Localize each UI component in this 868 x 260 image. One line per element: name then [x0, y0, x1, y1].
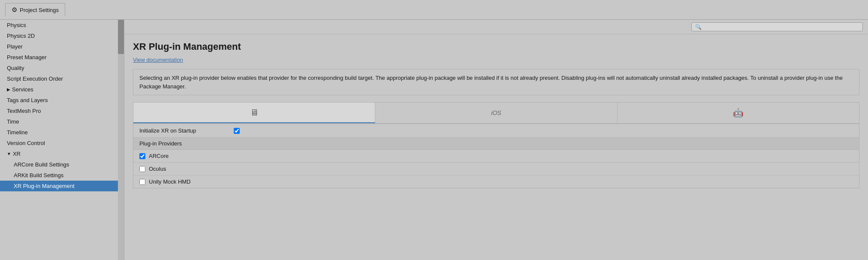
platform-tabs: 🖥 iOS 🤖 [133, 102, 859, 124]
sidebar-item-label-player: Player [7, 43, 23, 50]
sidebar-item-label-arcore: ARCore Build Settings [14, 161, 69, 168]
sidebar-item-label-physics: Physics [7, 22, 26, 28]
window-title: Project Settings [20, 7, 59, 13]
search-input-wrapper[interactable]: 🔍 [691, 22, 863, 31]
sidebar-scroll-thumb[interactable] [118, 20, 124, 54]
sidebar-item-label-quality: Quality [7, 65, 24, 71]
plugin-row-unitymockhmd: Unity Mock HMD [133, 175, 859, 188]
tab-desktop[interactable]: 🖥 [133, 103, 375, 123]
plugin-row-arcore: ARCore [133, 150, 859, 163]
ios-label: iOS [491, 109, 501, 116]
title-bar-tab[interactable]: ⚙ Project Settings [5, 3, 65, 16]
content-body: XR Plug-in Management View documentation… [124, 34, 868, 260]
sidebar-item-player[interactable]: Player [0, 41, 124, 52]
sidebar-item-label-versioncontrol: Version Control [7, 140, 45, 146]
sidebar-item-physics2d[interactable]: Physics 2D [0, 30, 124, 41]
sidebar-item-label-services: Services [12, 86, 33, 93]
plugin-providers-header: Plug-in Providers [133, 138, 859, 150]
settings-section: Initialize XR on Startup Plug-in Provide… [133, 124, 859, 188]
sidebar-item-label-xr: XR [13, 151, 21, 157]
sidebar-item-textmeshpro[interactable]: TextMesh Pro [0, 106, 124, 116]
main-layout: PhysicsPhysics 2DPlayerPreset ManagerQua… [0, 20, 868, 260]
tab-ios[interactable]: iOS [375, 103, 617, 123]
sidebar-scrollbar[interactable] [118, 20, 124, 260]
sidebar-item-services[interactable]: ▶Services [0, 84, 124, 95]
sidebar-item-label-scriptexecution: Script Execution Order [7, 76, 63, 82]
plugin-providers-section: Plug-in Providers ARCore Oculus Unity Mo… [133, 138, 859, 188]
unitymockhmd-label: Unity Mock HMD [149, 178, 191, 185]
sidebar-item-time[interactable]: Time [0, 116, 124, 127]
init-xr-row: Initialize XR on Startup [133, 124, 859, 138]
sidebar-item-label-timeline: Timeline [7, 129, 28, 136]
arrow-icon: ▼ [7, 151, 11, 156]
gear-icon: ⚙ [12, 6, 17, 14]
sidebar-item-timeline[interactable]: Timeline [0, 127, 124, 138]
oculus-label: Oculus [149, 166, 166, 172]
sidebar-item-xrplugin[interactable]: XR Plug-in Management [0, 181, 124, 191]
sidebar-item-presetmanager[interactable]: Preset Manager [0, 52, 124, 63]
sidebar: PhysicsPhysics 2DPlayerPreset ManagerQua… [0, 20, 124, 260]
sidebar-item-tagsandlayers[interactable]: Tags and Layers [0, 95, 124, 106]
tab-android[interactable]: 🤖 [618, 103, 859, 123]
info-text: Selecting an XR plug-in provider below e… [139, 75, 843, 90]
sidebar-item-arkit[interactable]: ARKit Build Settings [0, 170, 124, 181]
search-icon: 🔍 [695, 24, 702, 30]
sidebar-item-arcore[interactable]: ARCore Build Settings [0, 159, 124, 170]
init-xr-label: Initialize XR on Startup [139, 127, 234, 134]
sidebar-item-versioncontrol[interactable]: Version Control [0, 138, 124, 148]
android-icon: 🤖 [733, 108, 744, 118]
unitymockhmd-checkbox[interactable] [139, 179, 145, 185]
sidebar-item-label-physics2d: Physics 2D [7, 33, 35, 39]
search-input[interactable] [703, 24, 859, 30]
desktop-icon: 🖥 [250, 108, 259, 118]
search-bar-row: 🔍 [124, 20, 868, 34]
plugin-row-oculus: Oculus [133, 163, 859, 175]
sidebar-item-label-time: Time [7, 118, 19, 125]
arrow-icon: ▶ [7, 87, 10, 92]
content-area: 🔍 XR Plug-in Management View documentati… [124, 20, 868, 260]
sidebar-item-label-textmeshpro: TextMesh Pro [7, 108, 41, 114]
info-box: Selecting an XR plug-in provider below e… [133, 69, 859, 95]
sidebar-item-quality[interactable]: Quality [0, 63, 124, 73]
sidebar-item-xr[interactable]: ▼XR [0, 148, 124, 159]
doc-link[interactable]: View documentation [133, 57, 183, 63]
sidebar-item-label-tagsandlayers: Tags and Layers [7, 97, 48, 103]
arcore-checkbox[interactable] [139, 153, 145, 159]
sidebar-item-scriptexecution[interactable]: Script Execution Order [0, 73, 124, 84]
arcore-label: ARCore [149, 153, 169, 159]
sidebar-item-physics[interactable]: Physics [0, 20, 124, 30]
sidebar-item-label-arkit: ARKit Build Settings [14, 172, 63, 178]
title-bar: ⚙ Project Settings [0, 0, 868, 20]
page-title: XR Plug-in Management [133, 41, 859, 52]
sidebar-item-label-presetmanager: Preset Manager [7, 54, 47, 60]
sidebar-item-label-xrplugin: XR Plug-in Management [14, 183, 75, 189]
oculus-checkbox[interactable] [139, 166, 145, 172]
init-xr-checkbox[interactable] [234, 128, 240, 134]
